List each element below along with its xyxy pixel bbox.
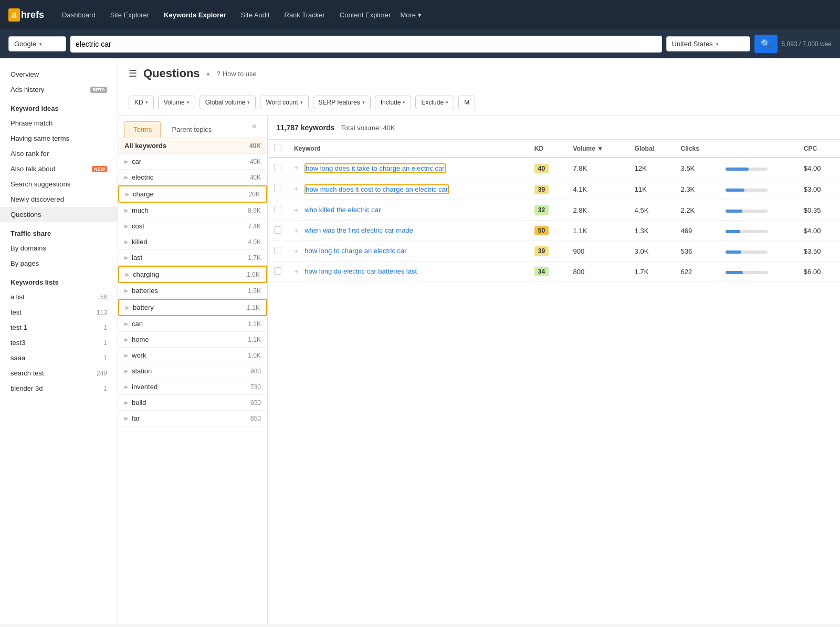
main-layout: Overview Ads history BETA Keyword ideas … xyxy=(0,58,840,624)
search-input[interactable] xyxy=(76,36,657,53)
list-item-test1[interactable]: test 1 1 xyxy=(0,320,118,335)
sidebar-item-phrase-match[interactable]: Phrase match xyxy=(0,116,118,131)
keyword-item[interactable]: ▶build650 xyxy=(118,395,267,411)
kd-badge-2: 32 xyxy=(534,205,549,215)
top-nav: a hrefs Dashboard Site Explorer Keywords… xyxy=(0,0,840,29)
keyword-item[interactable]: ▶car40K xyxy=(118,154,267,170)
global-volume-chevron-icon: ▾ xyxy=(247,100,250,105)
hamburger-icon[interactable]: ☰ xyxy=(129,68,137,79)
col-global: Global xyxy=(628,140,675,158)
keyword-link-4[interactable]: how long to charge an electric car xyxy=(304,247,406,255)
keyword-item[interactable]: ▶batteries1.5K xyxy=(118,283,267,299)
tab-parent-topics[interactable]: Parent topics xyxy=(163,121,220,138)
nav-content-explorer[interactable]: Content Explorer xyxy=(334,11,396,19)
sidebar-item-by-domains[interactable]: By domains xyxy=(0,241,118,256)
keyword-link-5[interactable]: how long do electric car batteries last xyxy=(304,267,417,275)
row-checkbox-5[interactable] xyxy=(274,267,281,275)
keyword-item[interactable]: ▶station980 xyxy=(118,363,267,379)
row-checkbox-1[interactable] xyxy=(274,185,281,192)
clicks-bar-2 xyxy=(726,210,768,213)
sidebar-item-newly-discovered[interactable]: Newly discovered xyxy=(0,192,118,207)
nav-dashboard[interactable]: Dashboard xyxy=(57,11,101,19)
nav-rank-tracker[interactable]: Rank Tracker xyxy=(279,11,330,19)
keyword-item[interactable]: ▶battery1.1K xyxy=(118,299,267,316)
row-checkbox-3[interactable] xyxy=(274,226,281,234)
list-item-search-test[interactable]: search test 249 xyxy=(0,365,118,381)
keyword-all[interactable]: All keywords 40K xyxy=(118,138,267,154)
col-cpc: CPC xyxy=(797,140,840,158)
keyword-link-0[interactable]: how long does it take to charge an elect… xyxy=(304,163,445,173)
sidebar-item-ads-history[interactable]: Ads history BETA xyxy=(0,82,118,97)
row-checkbox-0[interactable] xyxy=(274,164,281,171)
row-checkbox-2[interactable] xyxy=(274,206,281,213)
nav-site-explorer[interactable]: Site Explorer xyxy=(105,11,154,19)
add-keyword-btn-2[interactable]: + xyxy=(294,206,298,214)
col-keyword: Keyword xyxy=(288,140,528,158)
filter-word-count[interactable]: Word count ▾ xyxy=(260,96,308,109)
keyword-item[interactable]: ▶electric40K xyxy=(118,170,267,185)
add-keyword-btn-0[interactable]: + xyxy=(294,163,298,172)
keyword-link-1[interactable]: how much does it cost to charge an elect… xyxy=(304,184,449,194)
keyword-link-3[interactable]: when was the first electric car made xyxy=(304,226,413,234)
sidebar-item-questions[interactable]: Questions xyxy=(0,207,118,222)
keyword-item[interactable]: ▶much8.9K xyxy=(118,203,267,218)
keyword-item[interactable]: ▶invented730 xyxy=(118,379,267,395)
keyword-item[interactable]: ▶can1.1K xyxy=(118,316,267,332)
table-row: + how long to charge an electric car 39 … xyxy=(268,241,840,262)
keyword-item[interactable]: ▶home1.1K xyxy=(118,332,267,348)
keyword-item[interactable]: ▶cost7.4K xyxy=(118,218,267,234)
search-bar: Google ▾ United States ▾ 🔍 6,893 / 7,000… xyxy=(0,29,840,58)
engine-select[interactable]: Google ▾ xyxy=(8,36,66,51)
sidebar-item-overview[interactable]: Overview xyxy=(0,67,118,82)
serp-features-chevron-icon: ▾ xyxy=(362,100,365,105)
nav-keywords-explorer[interactable]: Keywords Explorer xyxy=(159,11,232,19)
filter-exclude[interactable]: Exclude ▾ xyxy=(415,96,454,109)
table-row: + who killed the electric car 32 2.8K 4.… xyxy=(268,200,840,221)
how-to-use-link[interactable]: ? How to use xyxy=(216,70,256,78)
sidebar-item-search-suggestions[interactable]: Search suggestions xyxy=(0,176,118,192)
filter-volume[interactable]: Volume ▾ xyxy=(158,96,195,109)
col-clicks: Clicks xyxy=(675,140,719,158)
list-item-test[interactable]: test 113 xyxy=(0,305,118,320)
content-area: ☰ Questions ● ? How to use KD ▾ Volume ▾… xyxy=(118,58,840,624)
logo[interactable]: a hrefs xyxy=(8,8,44,22)
add-keyword-btn-4[interactable]: + xyxy=(294,247,298,255)
filter-more[interactable]: M xyxy=(458,96,475,109)
keyword-item[interactable]: ▶work1.0K xyxy=(118,348,267,363)
volume-chevron-icon: ▾ xyxy=(187,100,190,105)
list-item-saaa[interactable]: saaa 1 xyxy=(0,350,118,365)
sidebar-item-also-rank-for[interactable]: Also rank for xyxy=(0,146,118,161)
keyword-item[interactable]: ▶far650 xyxy=(118,411,267,426)
list-item-a-list[interactable]: a list 56 xyxy=(0,289,118,305)
add-keyword-btn-1[interactable]: + xyxy=(294,184,298,193)
keyword-link-2[interactable]: who killed the electric car xyxy=(304,206,381,214)
select-all-checkbox[interactable] xyxy=(274,144,281,151)
filter-include[interactable]: Include ▾ xyxy=(375,96,412,109)
filter-serp-features[interactable]: SERP features ▾ xyxy=(313,96,371,109)
keyword-list: All keywords 40K ▶car40K▶electric40K▶cha… xyxy=(118,138,267,426)
add-keyword-btn-3[interactable]: + xyxy=(294,226,298,235)
col-volume[interactable]: Volume ▼ xyxy=(566,140,628,158)
sidebar-item-by-pages[interactable]: By pages xyxy=(0,256,118,271)
keyword-item[interactable]: ▶last1.7K xyxy=(118,250,267,266)
nav-site-audit[interactable]: Site Audit xyxy=(236,11,275,19)
search-button[interactable]: 🔍 xyxy=(754,35,778,53)
tab-terms[interactable]: Terms xyxy=(124,121,161,138)
list-item-test3[interactable]: test3 1 xyxy=(0,335,118,350)
nav-more[interactable]: More ▾ xyxy=(400,11,422,19)
row-checkbox-4[interactable] xyxy=(274,247,281,254)
keyword-item[interactable]: ▶killed4.0K xyxy=(118,234,267,250)
sidebar-item-having-same-terms[interactable]: Having same terms xyxy=(0,131,118,146)
keyword-item[interactable]: ▶charge20K xyxy=(118,185,267,203)
filter-global-volume[interactable]: Global volume ▾ xyxy=(200,96,256,109)
add-keyword-btn-5[interactable]: + xyxy=(294,267,298,276)
keyword-ideas-title: Keyword ideas xyxy=(0,97,118,116)
country-select[interactable]: United States ▾ xyxy=(666,36,750,51)
collapse-button[interactable]: « xyxy=(248,121,261,138)
sidebar-item-also-talk-about[interactable]: Also talk about NEW xyxy=(0,161,118,176)
clicks-bar-1 xyxy=(726,189,768,192)
kd-badge-4: 39 xyxy=(534,246,549,256)
keyword-item[interactable]: ▶charging1.6K xyxy=(118,266,267,283)
list-item-blender-3d[interactable]: blender 3d 1 xyxy=(0,381,118,396)
filter-kd[interactable]: KD ▾ xyxy=(129,96,154,109)
